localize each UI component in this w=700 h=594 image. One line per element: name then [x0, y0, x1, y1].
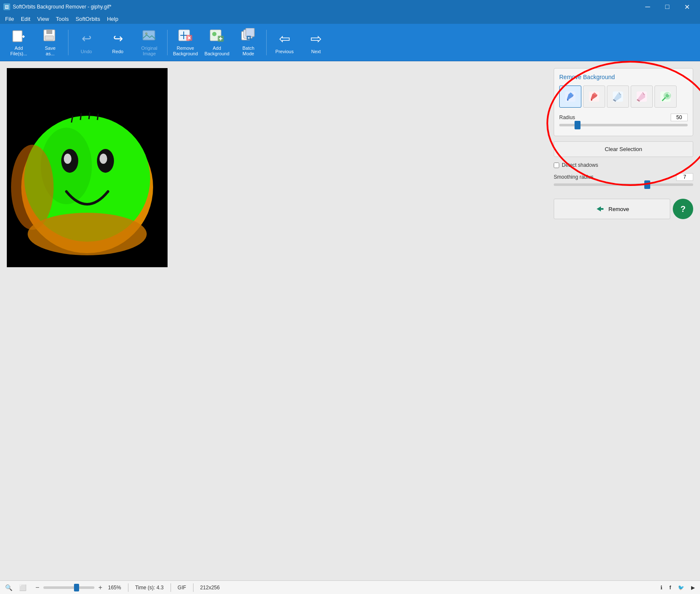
smoothing-slider-track[interactable] — [554, 183, 693, 186]
svg-rect-4 — [46, 30, 52, 34]
remove-background-label: RemoveBackground — [173, 46, 198, 57]
status-bar: 🔍 ⬜ − + 165% Time (s): 4.3 GIF 212x256 ℹ… — [0, 580, 700, 594]
radius-label: Radius — [559, 114, 575, 120]
help-icon: ? — [680, 204, 686, 214]
add-files-button[interactable]: AddFile(s)... — [3, 26, 34, 59]
close-button[interactable]: ✕ — [677, 0, 697, 14]
help-button[interactable]: ? — [673, 199, 693, 219]
next-icon: ⇨ — [307, 30, 324, 47]
smoothing-slider-thumb[interactable] — [644, 180, 650, 189]
main-area: Remove Background — [0, 61, 700, 580]
twitter-icon[interactable]: 🐦 — [678, 585, 684, 591]
time-label: Time (s): 4.3 — [135, 585, 164, 591]
next-button[interactable]: ⇨ Next — [301, 26, 331, 59]
previous-label: Previous — [276, 49, 294, 54]
menu-softorbits[interactable]: SoftOrbits — [72, 15, 104, 23]
radius-row: Radius 50 — [559, 114, 688, 121]
undo-label: Undo — [81, 49, 92, 54]
menu-tools[interactable]: Tools — [52, 15, 72, 23]
add-background-button[interactable]: AddBackground — [202, 26, 232, 59]
svg-point-53 — [668, 93, 670, 95]
detect-shadows-label: Detect shadows — [562, 162, 598, 168]
svg-point-39 — [28, 213, 147, 255]
zoom-slider[interactable] — [43, 586, 94, 589]
erase-remove-button[interactable] — [631, 86, 653, 108]
original-image-button[interactable]: OriginalImage — [134, 26, 165, 59]
svg-point-33 — [100, 154, 107, 164]
smoothing-label: Smoothing radius — [554, 174, 593, 180]
menu-edit[interactable]: Edit — [17, 15, 34, 23]
toolbar: AddFile(s)... Saveas... ↩ Undo ↪ Redo Or… — [0, 24, 700, 61]
save-as-button[interactable]: Saveas... — [35, 26, 65, 59]
youtube-icon[interactable]: ▶ — [691, 585, 695, 591]
svg-rect-21 — [246, 28, 254, 37]
svg-point-38 — [11, 145, 54, 230]
radius-value: 50 — [671, 114, 688, 121]
batch-mode-label: BatchMode — [242, 46, 254, 57]
batch-mode-button[interactable]: BatchMode — [233, 26, 264, 59]
original-image-icon — [141, 28, 158, 44]
svg-point-15 — [212, 32, 216, 36]
remove-bg-title: Remove Background — [559, 74, 688, 80]
separator-1 — [68, 30, 68, 55]
svg-rect-6 — [143, 31, 155, 40]
facebook-icon[interactable]: f — [669, 585, 671, 591]
remove-button-label: Remove — [609, 206, 629, 212]
undo-icon: ↩ — [78, 30, 95, 47]
right-panel: Remove Background — [547, 61, 700, 580]
original-image-label: OriginalImage — [141, 46, 157, 57]
format-label: GIF — [178, 585, 186, 591]
title-bar: 🖼 SoftOrbits Background Remover - giphy.… — [0, 0, 700, 14]
zoom-out-button[interactable]: − — [33, 583, 42, 592]
add-files-label: AddFile(s)... — [10, 46, 27, 57]
undo-button[interactable]: ↩ Undo — [71, 26, 102, 59]
info-icon[interactable]: ℹ — [660, 585, 663, 591]
radius-slider-track[interactable] — [559, 124, 688, 126]
next-label: Next — [311, 49, 321, 54]
previous-icon: ⇦ — [276, 30, 293, 47]
detect-shadows-checkbox[interactable] — [554, 163, 559, 168]
smoothing-row: Smoothing radius 7 — [554, 173, 693, 181]
minimize-button[interactable]: ─ — [638, 0, 657, 14]
menu-file[interactable]: File — [2, 15, 17, 23]
svg-rect-0 — [13, 31, 22, 42]
erase-keep-button[interactable] — [607, 86, 629, 108]
zoom-control: − + 165% — [33, 583, 121, 592]
svg-line-35 — [80, 113, 81, 120]
radius-slider-thumb[interactable] — [575, 121, 580, 129]
detect-shadows-row: Detect shadows — [554, 162, 693, 168]
menu-view[interactable]: View — [34, 15, 52, 23]
remove-button[interactable]: Remove — [554, 199, 670, 219]
tool-buttons — [559, 86, 688, 108]
zoom-in-button[interactable]: + — [96, 583, 105, 592]
redo-icon: ↪ — [109, 30, 126, 47]
image-canvas[interactable] — [7, 68, 168, 267]
clear-selection-button[interactable]: Clear Selection — [554, 141, 693, 157]
remove-marker-button[interactable] — [583, 86, 605, 108]
magic-wand-button[interactable] — [654, 86, 677, 108]
zoom-slider-thumb[interactable] — [74, 584, 79, 591]
smoothing-section: Smoothing radius 7 — [554, 173, 693, 190]
svg-line-36 — [89, 112, 90, 119]
canvas-area[interactable] — [0, 61, 547, 580]
add-background-icon — [208, 28, 225, 44]
status-select-icon: ⬜ — [19, 584, 26, 591]
keep-marker-button[interactable] — [559, 86, 581, 108]
svg-point-7 — [145, 32, 148, 35]
maximize-button[interactable]: □ — [657, 0, 677, 14]
svg-point-31 — [64, 154, 71, 164]
remove-arrow-icon — [595, 204, 605, 214]
remove-background-button[interactable]: RemoveBackground — [170, 26, 201, 59]
menu-help[interactable]: Help — [103, 15, 122, 23]
redo-button[interactable]: ↪ Redo — [102, 26, 133, 59]
save-as-icon — [42, 28, 59, 44]
svg-line-37 — [97, 114, 98, 120]
status-divider-2 — [171, 583, 171, 592]
previous-button[interactable]: ⇦ Previous — [269, 26, 300, 59]
add-background-label: AddBackground — [205, 46, 230, 57]
separator-3 — [266, 30, 267, 55]
window-title: SoftOrbits Background Remover - giphy.gi… — [13, 4, 111, 10]
batch-mode-icon — [240, 28, 257, 44]
separator-2 — [167, 30, 168, 55]
status-divider-3 — [193, 583, 193, 592]
